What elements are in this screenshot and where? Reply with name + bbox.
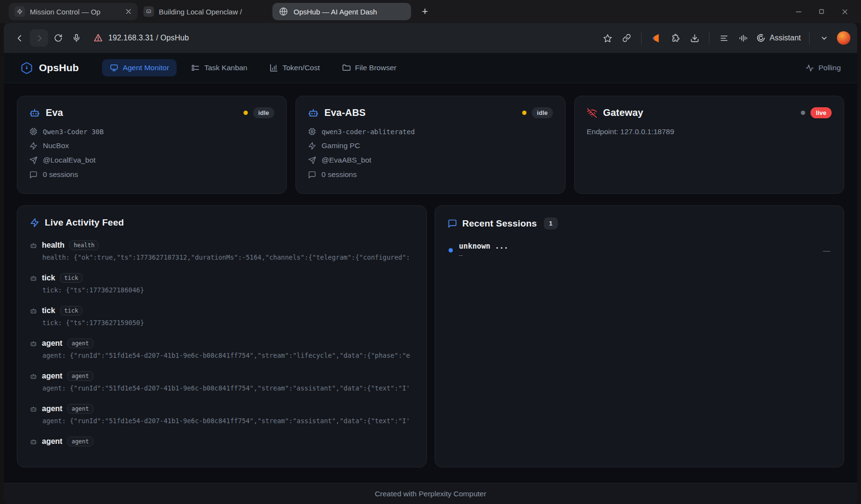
folder-icon [342,63,351,72]
back-button[interactable] [11,29,29,47]
nav-token-cost[interactable]: Token/Cost [262,59,328,76]
polling-status[interactable]: Polling [806,63,841,72]
send-icon [29,156,38,164]
nav-label: Task Kanban [204,63,247,72]
nav-label: File Browser [355,63,397,72]
copy-link-icon[interactable] [617,29,636,47]
new-tab-button[interactable]: + [418,4,432,19]
profile-avatar[interactable] [837,31,850,45]
feed-entry[interactable]: health health health: {"ok":true,"ts":17… [30,240,414,261]
event-label: agent [42,404,63,413]
mission-control-favicon-icon [14,6,25,17]
feed-entry[interactable]: agent agent [30,437,414,446]
window-maximize-button[interactable] [810,2,833,21]
feed-entry[interactable]: agent agent agent: {"runId":"51fd1e54-d2… [30,339,414,359]
agent-telegram-row: @LocalEva_bot [29,156,274,164]
gateway-status: live [801,107,832,118]
agent-host-row: NucBox [29,141,274,150]
tab-close-icon[interactable] [125,8,132,15]
agent-sessions-row: 0 sessions [308,170,553,179]
opshub-logo-icon [20,62,33,75]
event-type-badge: health [69,240,99,250]
wifi-off-icon [587,108,597,118]
zap-icon [30,218,39,227]
agent-card-eva-abs[interactable]: Eva-ABS idle qwen3-coder-abliterated Gam… [296,96,565,194]
browser-toolbar: 192.168.3.31 / OpsHub [4,23,857,53]
session-list-item[interactable]: unknown ... — — [448,242,832,259]
agent-telegram: @EvaABS_bot [321,156,372,164]
address-bar[interactable]: 192.168.3.31 / OpsHub [93,33,189,43]
panel-title: Recent Sessions [463,218,537,229]
audio-waveform-icon[interactable] [734,29,752,47]
agent-card-eva[interactable]: Eva idle Qwen3-Coder 30B NucBox @Loc [17,96,287,194]
agent-model-row: qwen3-coder-abliterated [308,127,553,136]
microphone-icon[interactable] [67,29,86,47]
feed-entry[interactable]: agent agent agent: {"runId":"51fd1e54-d2… [30,371,414,392]
window-minimize-button[interactable] [787,2,810,21]
toolbar-divider [809,32,810,44]
event-type-badge: agent [67,339,93,348]
status-dot [522,111,527,115]
nav-agent-monitor[interactable]: Agent Monitor [102,59,177,76]
page-footer: Created with Perplexity Computer [4,483,857,504]
feed-entry[interactable]: tick tick tick: {"ts":1773627186046} [30,273,414,294]
event-label: agent [42,339,63,348]
event-type-badge: agent [67,437,93,446]
robot-icon [30,242,37,249]
card-header: Gateway live [587,107,832,118]
robot-icon [30,405,37,413]
bookmark-star-icon[interactable] [598,29,617,47]
panel-header: Live Activity Feed [30,217,414,228]
robot-icon [30,275,37,282]
session-name: unknown ... [459,242,509,251]
agent-cards-row: Eva idle Qwen3-Coder 30B NucBox @Loc [17,96,844,194]
event-label: tick [42,274,55,282]
openclaw-favicon-icon [143,6,154,17]
polling-label: Polling [818,63,841,72]
bar-chart-icon [270,63,278,72]
tab-building-openclaw[interactable]: Building Local Openclaw / [138,3,272,20]
nav-file-browser[interactable]: File Browser [334,59,404,76]
tab-mission-control[interactable]: Mission Control — Op [9,3,138,20]
download-icon[interactable] [685,29,704,47]
extensions-puzzle-icon[interactable] [666,29,684,47]
tab-opshub-active[interactable]: OpsHub — AI Agent Dash [272,3,411,20]
forward-button[interactable] [30,29,48,47]
reading-list-icon[interactable] [715,29,733,47]
browser-window: 192.168.3.31 / OpsHub [4,23,857,504]
insecure-warning-icon[interactable] [93,33,103,43]
reload-button[interactable] [49,29,67,47]
assistant-label: Assistant [770,34,801,42]
kanban-list-icon [191,63,200,72]
gateway-name: Gateway [603,107,643,118]
event-type-badge: tick [60,273,83,283]
gateway-card[interactable]: Gateway live Endpoint: 127.0.0.1:18789 [574,96,844,194]
recent-sessions-panel: Recent Sessions 1 unknown ... — — [435,205,845,467]
nav-task-kanban[interactable]: Task Kanban [183,59,255,76]
monitor-icon [110,63,118,72]
app-header: OpsHub Agent Monitor Task Kanban Token/C… [4,53,857,83]
live-badge: live [810,107,832,118]
main-nav: Agent Monitor Task Kanban Token/Cost Fil… [102,59,404,76]
window-close-button[interactable] [833,2,856,21]
brand-name: OpsHub [39,62,79,74]
card-header: Eva idle [29,107,274,118]
status-badge: idle [253,107,274,118]
nav-label: Token/Cost [283,63,320,72]
activity-pulse-icon [806,64,814,72]
toolbar-divider [709,32,709,44]
agent-status: idle [522,107,553,118]
feed-entry[interactable]: tick tick tick: {"ts":1773627159050} [30,306,414,327]
send-icon [308,156,316,164]
session-meta: — [823,246,830,254]
chevron-down-icon[interactable] [815,29,833,47]
event-label: agent [42,372,63,380]
assistant-button[interactable]: Assistant [753,33,804,43]
feed-entry[interactable]: agent agent agent: {"runId":"51fd1e54-d2… [30,404,414,425]
agent-host: NucBox [43,141,69,150]
megaphone-extension-icon[interactable] [647,29,665,47]
session-count-badge: 1 [544,217,558,229]
panel-header: Recent Sessions 1 [448,217,832,229]
event-type-badge: tick [60,306,83,315]
session-text: unknown ... — [459,242,509,259]
